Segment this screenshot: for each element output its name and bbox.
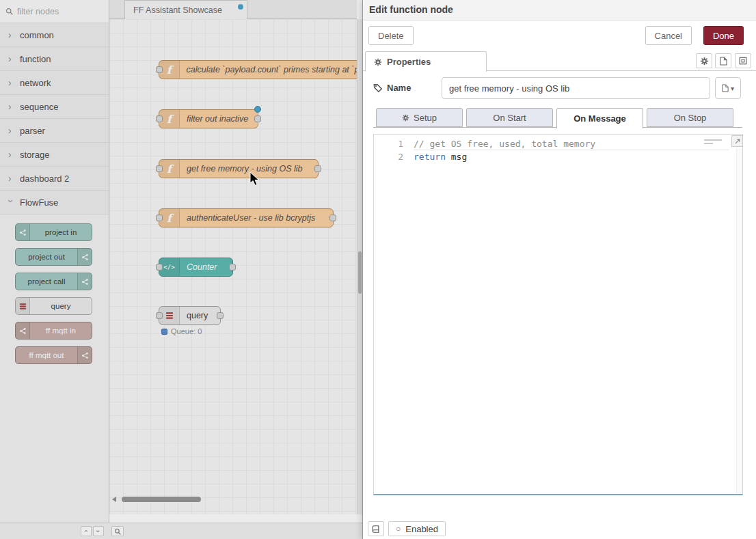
palette-category-function[interactable]: ›function <box>0 47 109 71</box>
flow-tabbar: FF Assistant Showcase <box>109 0 357 19</box>
zoom-button[interactable] <box>111 526 124 536</box>
tab-on-stop[interactable]: On Stop <box>647 108 733 127</box>
category-label: dashboard 2 <box>20 174 69 184</box>
flow-canvas[interactable]: f calculate `payload.count` primes start… <box>109 19 357 514</box>
palette-category-dashboard2[interactable]: ›dashboard 2 <box>0 167 109 191</box>
palette-category-parser[interactable]: ›parser <box>0 119 109 143</box>
chevron-right-icon: › <box>8 126 14 135</box>
node-status-text: Queue: 0 <box>171 327 202 335</box>
docs-button[interactable] <box>715 53 731 68</box>
code-line: // get OS free, used, total memory <box>414 137 729 150</box>
output-port[interactable] <box>329 215 336 221</box>
tab-properties[interactable]: Properties <box>365 51 487 72</box>
cancel-button[interactable]: Cancel <box>645 26 692 45</box>
scrollbar-thumb[interactable] <box>358 251 362 294</box>
code-text: msg <box>446 152 467 162</box>
project-icon <box>77 273 92 290</box>
code-editor[interactable]: 1 2 // get OS free, used, total memory r… <box>373 134 743 495</box>
palette-node-project-in[interactable]: project in <box>15 223 92 241</box>
palette-node-query[interactable]: query <box>15 297 92 315</box>
tab-setup-label: Setup <box>414 113 437 123</box>
collapse-all-button[interactable]: › <box>81 526 92 536</box>
name-input[interactable] <box>442 77 710 99</box>
editor-scrollbar[interactable] <box>736 148 742 494</box>
input-port[interactable] <box>156 215 163 221</box>
code-area[interactable]: // get OS free, used, total memory retur… <box>414 135 729 163</box>
scrollbar-thumb[interactable] <box>122 497 201 502</box>
workspace-footer: › › <box>0 523 362 539</box>
expand-all-button[interactable]: › <box>93 526 104 536</box>
output-port[interactable] <box>217 312 224 319</box>
palette-node-label: project out <box>16 253 77 261</box>
workspace: FF Assistant Showcase f calculate `paylo… <box>109 0 362 523</box>
done-button[interactable]: Done <box>703 26 744 45</box>
library-button[interactable]: ▾ <box>715 77 741 99</box>
node-settings-button[interactable] <box>696 53 712 68</box>
function-node-calculate-primes[interactable]: f calculate `payload.count` primes start… <box>159 60 357 79</box>
name-row: Name ▾ <box>363 77 756 100</box>
palette-node-ff-mqtt-in[interactable]: ff mqtt in <box>15 322 92 340</box>
scroll-left-arrow-icon[interactable] <box>112 497 116 502</box>
status-dot-icon <box>161 329 167 335</box>
minimap <box>704 139 722 146</box>
tab-on-stop-label: On Stop <box>674 113 707 123</box>
query-node[interactable]: query <box>159 306 221 325</box>
doc-icon <box>720 57 727 66</box>
palette-category-common[interactable]: ›common <box>0 23 109 47</box>
mqtt-icon <box>77 347 92 363</box>
palette-search-input[interactable] <box>17 7 98 16</box>
palette-category-flowfuse[interactable]: ›FlowFuse <box>0 191 109 215</box>
delete-button[interactable]: Delete <box>368 26 414 45</box>
function-node-get-free-memory[interactable]: f get free memory - using OS lib <box>159 159 319 178</box>
library-export-button[interactable] <box>368 521 384 536</box>
node-label: filter out inactive <box>180 114 255 124</box>
palette-category-storage[interactable]: ›storage <box>0 143 109 167</box>
palette-category-sequence[interactable]: ›sequence <box>0 95 109 119</box>
canvas-horizontal-scrollbar[interactable] <box>111 495 357 503</box>
chevron-down-icon: › <box>94 530 102 533</box>
query-icon <box>16 298 30 314</box>
category-label: parser <box>20 126 45 136</box>
node-red-app: ›common ›function ›network ›sequence ›pa… <box>0 0 756 539</box>
input-port[interactable] <box>156 264 163 271</box>
canvas-vertical-scrollbar[interactable] <box>357 19 362 514</box>
input-port[interactable] <box>156 66 163 73</box>
enabled-toggle-button[interactable]: ○ Enabled <box>388 521 446 536</box>
palette-category-network[interactable]: ›network <box>0 71 109 95</box>
palette-node-project-out[interactable]: project out <box>15 248 92 266</box>
code-line: return msg <box>414 150 729 163</box>
expand-editor-button[interactable] <box>731 135 743 147</box>
function-tabs: Setup On Start On Message On Stop <box>373 108 742 128</box>
gear-icon <box>402 114 409 122</box>
tab-on-start[interactable]: On Start <box>466 108 553 127</box>
expand-tray-button[interactable] <box>735 53 751 68</box>
output-port[interactable] <box>229 264 236 271</box>
doc-icon <box>722 84 729 92</box>
tab-setup[interactable]: Setup <box>376 108 463 127</box>
input-port[interactable] <box>156 165 163 172</box>
enabled-label: Enabled <box>405 524 438 534</box>
input-port[interactable] <box>156 115 163 122</box>
palette-search[interactable] <box>0 0 109 23</box>
code-comment: // get OS free, used, total memory <box>414 139 595 149</box>
line-number: 1 <box>374 137 414 150</box>
line-number-gutter: 1 2 <box>374 135 414 494</box>
node-label: calculate `payload.count` primes startin… <box>180 65 357 74</box>
tab-on-message[interactable]: On Message <box>556 108 643 128</box>
function-node-filter-out-inactive[interactable]: f filter out inactive <box>159 109 258 128</box>
chevron-right-icon: › <box>8 102 14 111</box>
function-node-authenticate-user[interactable]: f authenticateUser - use lib bcryptjs <box>159 208 334 227</box>
palette-node-label: project in <box>30 228 92 236</box>
node-label: Counter <box>180 262 224 272</box>
output-port[interactable] <box>314 165 321 172</box>
input-port[interactable] <box>156 312 163 319</box>
node-changed-dot <box>254 106 261 113</box>
gear-icon <box>700 57 709 66</box>
template-node-counter[interactable]: </> Counter <box>159 258 233 277</box>
palette-node-project-call[interactable]: project call <box>15 273 92 290</box>
search-icon <box>114 528 121 535</box>
palette-node-ff-mqtt-out[interactable]: ff mqtt out <box>15 346 92 364</box>
output-port[interactable] <box>254 115 261 122</box>
category-label: network <box>20 78 51 88</box>
flow-tab[interactable]: FF Assistant Showcase <box>124 0 247 19</box>
